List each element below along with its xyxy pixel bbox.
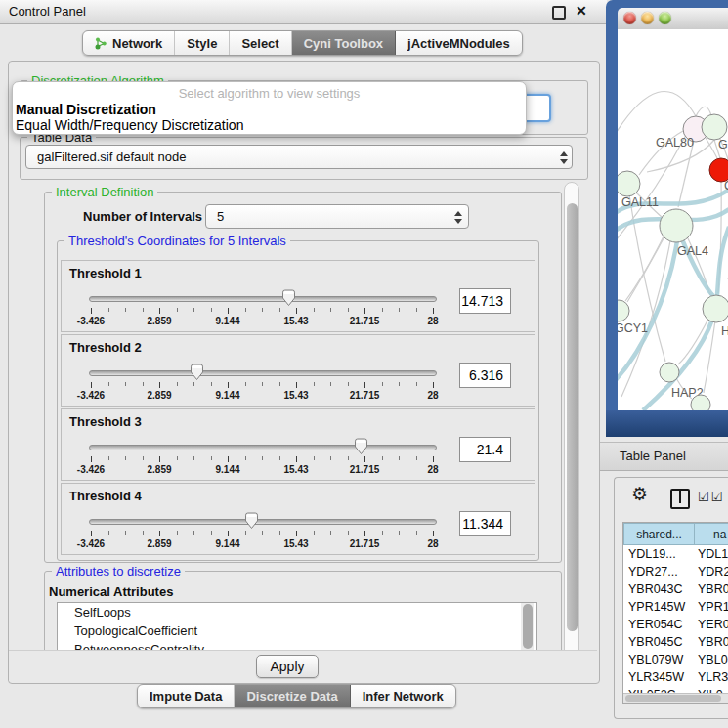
tick-mark — [416, 308, 417, 312]
tick-mark — [143, 308, 144, 312]
tick-mark — [399, 382, 400, 386]
threshold-label: Threshold 2 — [69, 340, 142, 355]
tab-infer-network[interactable]: Infer Network — [351, 685, 455, 707]
number-of-intervals-stepper-icon[interactable] — [453, 211, 463, 224]
tick-mark — [296, 531, 297, 536]
slider-thumb[interactable] — [190, 364, 204, 381]
tick-mark — [279, 308, 280, 312]
tick-mark — [125, 456, 126, 460]
close-icon[interactable]: ✕ — [576, 3, 587, 19]
node-label: GAL11 — [621, 195, 659, 209]
popup-option-manual-discretization[interactable]: Manual Discretization — [16, 102, 156, 117]
tick-mark — [330, 382, 331, 386]
threshold-value-field[interactable]: 11.344 — [459, 511, 511, 536]
tick-label: 2.859 — [140, 390, 179, 401]
column-layout-icon[interactable] — [670, 489, 690, 509]
tab-cyni-toolbox[interactable]: Cyni Toolbox — [292, 31, 396, 55]
threshold-label: Threshold 1 — [69, 266, 142, 280]
table-row[interactable]: YDL19...YDL1 — [623, 545, 728, 563]
tick-label: 15.43 — [277, 464, 316, 475]
network-node-h[interactable] — [703, 295, 728, 322]
tick-mark — [382, 308, 383, 312]
control-panel-titlebar — [0, 0, 607, 24]
tick-mark — [314, 456, 315, 460]
table-row[interactable]: YPR145WYPR1 — [623, 598, 728, 616]
table-row[interactable]: YBR043CYBR0 — [623, 580, 728, 598]
tab-label: Network — [112, 36, 162, 51]
network-node-gcy1[interactable] — [618, 300, 629, 321]
tick-mark — [416, 382, 417, 386]
tab-jactivemnodules[interactable]: jActiveMNodules — [396, 31, 522, 55]
table-row[interactable]: YDR27...YDR2 — [623, 563, 728, 580]
table-row[interactable]: YER054CYER0 — [623, 616, 728, 633]
table-data-stepper-icon[interactable] — [559, 151, 569, 164]
tick-label: -3.426 — [71, 464, 110, 475]
column-header-name[interactable]: na — [694, 523, 728, 545]
attributes-list-scrollbar[interactable] — [521, 603, 534, 650]
tab-label: jActiveMNodules — [407, 36, 510, 51]
panel-scrollbar-thumb[interactable] — [567, 203, 578, 631]
tab-impute-data[interactable]: Impute Data — [138, 685, 235, 707]
network-window-titlebar[interactable] — [618, 8, 728, 30]
table-row[interactable]: YBL079WYBL0 — [623, 651, 728, 668]
minimize-traffic-light-icon[interactable] — [641, 12, 654, 24]
float-window-icon[interactable] — [552, 6, 566, 20]
slider-thumb[interactable] — [354, 438, 368, 455]
tick-mark — [330, 531, 331, 535]
network-node-gal4[interactable] — [660, 209, 693, 242]
slider-track[interactable] — [89, 296, 437, 302]
tick-mark — [348, 382, 349, 386]
attribute-list-item[interactable]: SelfLoops — [58, 603, 536, 621]
tick-mark — [314, 531, 315, 535]
select-columns-icons[interactable]: ☑☑ — [698, 490, 724, 504]
column-header-shared[interactable]: shared... — [623, 523, 695, 545]
attributes-scrollbar-thumb[interactable] — [523, 604, 533, 649]
tick-label: -3.426 — [71, 316, 110, 326]
apply-button[interactable]: Apply — [256, 655, 319, 678]
gear-icon[interactable]: ⚙ — [631, 485, 648, 503]
network-canvas[interactable]: GAL80GCGAL11GAL4GCY1HHAP2 — [618, 29, 728, 410]
table-row[interactable]: YLR345WYLR3 — [623, 668, 728, 686]
tab-discretize-data[interactable]: Discretize Data — [235, 685, 350, 707]
tick-mark — [262, 456, 263, 460]
slider-track[interactable] — [89, 370, 437, 376]
close-traffic-light-icon[interactable] — [623, 12, 636, 24]
tick-mark — [228, 456, 229, 462]
tab-style[interactable]: Style — [175, 31, 230, 55]
tick-mark — [364, 531, 365, 536]
control-panel-title: Control Panel — [9, 4, 86, 19]
table-row[interactable]: YBR045CYBR0 — [623, 633, 728, 651]
algorithm-popup: Select algorithm to view settings Manual… — [12, 81, 527, 135]
network-node[interactable] — [691, 395, 710, 410]
number-of-intervals-value: 5 — [217, 209, 224, 224]
table-horizontal-scrollbar[interactable] — [623, 693, 728, 704]
tick-mark — [399, 531, 400, 535]
thresholds-group-title: Threshold's Coordinates for 5 Intervals — [64, 234, 290, 248]
slider-track[interactable] — [89, 445, 437, 450]
attribute-list-item[interactable]: TopologicalCoefficient — [58, 621, 536, 640]
number-of-intervals-combobox[interactable]: 5 — [205, 204, 469, 229]
network-node-hap2[interactable] — [660, 363, 679, 382]
tick-label: 9.144 — [208, 464, 247, 475]
table-hscrollbar-thumb[interactable] — [625, 695, 721, 702]
tick-mark — [108, 308, 109, 312]
zoom-traffic-light-icon[interactable] — [659, 12, 671, 24]
network-icon — [95, 37, 107, 50]
threshold-label: Threshold 3 — [69, 414, 142, 429]
tick-label: 2.859 — [140, 538, 179, 549]
network-node-gal11[interactable] — [618, 171, 640, 196]
slider-thumb[interactable] — [281, 289, 296, 307]
tick-mark — [245, 456, 246, 460]
tab-network[interactable]: Network — [83, 31, 175, 55]
popup-option-equal-width-frequency[interactable]: Equal Width/Frequency Discretization — [16, 117, 243, 133]
threshold-value-field[interactable]: 21.4 — [459, 437, 511, 462]
table-data-combobox[interactable]: galFiltered.sif default node — [25, 145, 573, 169]
table-row[interactable]: YIL052CYIL0 — [623, 686, 728, 693]
network-node-g[interactable] — [702, 114, 727, 140]
threshold-value-field[interactable]: 14.713 — [459, 288, 511, 314]
tab-select[interactable]: Select — [230, 31, 291, 55]
threshold-value-field[interactable]: 6.316 — [459, 363, 511, 388]
app-root: Control Panel ✕ NetworkStyleSelectCyni T… — [0, 0, 728, 728]
slider-track[interactable] — [89, 519, 437, 525]
slider-thumb[interactable] — [244, 512, 259, 530]
